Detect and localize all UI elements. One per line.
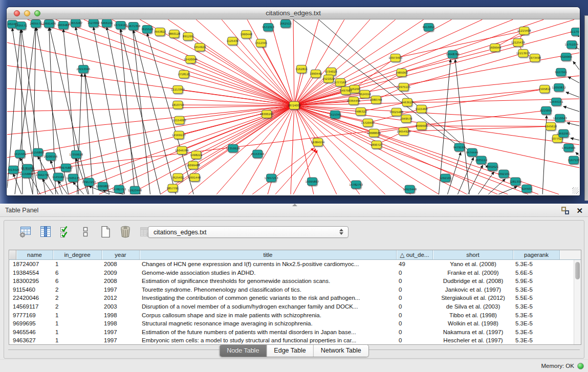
scrollbar-thumb[interactable] (575, 262, 580, 279)
table-panel-frame: f (x) citations_edges.txt namein_degreey… (4, 220, 584, 359)
network-table-select[interactable]: citations_edges.txt (148, 226, 349, 238)
column-header-in_degree[interactable]: in_degree (53, 250, 102, 259)
table-row[interactable]: 911546021997Tourette syndrome. Phenomeno… (9, 286, 574, 294)
graph-node-label: 7615526 (141, 28, 154, 31)
table-cell: 5.3E-5 (513, 311, 560, 320)
memory-status-icon (577, 363, 584, 369)
table-cell: 14569117 (9, 302, 53, 311)
unselect-all-columns-icon[interactable] (78, 224, 93, 239)
graph-node-label: 924501 (521, 187, 532, 190)
column-header-year[interactable]: year (102, 250, 140, 259)
select-all-columns-icon[interactable] (58, 224, 73, 239)
graph-edge (573, 61, 579, 70)
graph-edge (294, 19, 574, 105)
graph-node-label: 16099488 (186, 164, 200, 167)
float-panel-icon[interactable] (561, 207, 569, 214)
table-cell: Structural magnetic resonance image aver… (140, 319, 397, 328)
desktop: citations_edges.txt 19024051405571 (0, 0, 588, 372)
graph-node-label: 1691448 (189, 176, 201, 179)
graph-node-label: 12923448 (403, 188, 417, 191)
table-row[interactable]: 1830029562008Estimation of significance … (9, 277, 574, 286)
panel-title: Table Panel (5, 207, 38, 214)
window-resize-grip[interactable] (572, 187, 579, 194)
graph-edge (576, 152, 579, 156)
table-options-icon[interactable] (18, 224, 33, 239)
graph-node-label: 1512345 (255, 41, 267, 45)
table-cell: Hescheler et al. (1997) (433, 336, 513, 344)
graph-edge (133, 30, 150, 194)
graph-node-label: 7625402 (172, 176, 184, 179)
graph-node-label: 13942737 (35, 173, 49, 177)
column-header-short[interactable]: short (433, 250, 513, 259)
graph-node-label: 1292101 (440, 177, 452, 180)
graph-node-label: 16095807 (305, 180, 319, 183)
graph-node-label: 18300295 (260, 113, 274, 116)
column-header-name[interactable]: name (16, 250, 53, 259)
memory-status-label: Memory: OK (541, 363, 574, 369)
table-vertical-scrollbar[interactable] (574, 260, 581, 344)
network-canvas[interactable]: 1902405140557124055712069140618334811065… (7, 19, 579, 194)
table-row[interactable]: 946362711997Embryonic stem cells: a mode… (9, 336, 574, 344)
table-row[interactable]: 946554611997Estimation of the future num… (9, 328, 574, 337)
graph-node-label: 3913426 (7, 168, 19, 171)
column-header-title[interactable]: title (140, 250, 397, 259)
graph-node-label: 1810754 (172, 103, 184, 106)
graph-node-label: 12093872 (552, 86, 566, 89)
network-view-window: citations_edges.txt 19024051405571 (7, 7, 580, 195)
show-column-icon[interactable] (38, 224, 53, 239)
table-cell: 1 (53, 336, 102, 344)
table-cell: de Silva et al. (2003) (433, 302, 513, 311)
graph-node-label: 10719195 (114, 24, 127, 27)
graph-node-label: 14671358 (126, 25, 140, 28)
graph-node-label: 9227341 (555, 71, 567, 74)
tab-edge-table[interactable]: Edge Table (266, 345, 313, 357)
graph-node-label: 12213973 (516, 52, 530, 55)
table-row[interactable]: 1872400712008Changes of HCN gene express… (9, 260, 574, 269)
table-row[interactable]: 2242004622012Investigating the contribut… (9, 294, 574, 302)
graph-node-label: 1281332 (509, 180, 521, 183)
table-cell: Genome-wide association studies in ADHD. (140, 269, 397, 277)
table-row[interactable]: 1938455462009Genome-wide association stu… (9, 269, 574, 277)
graph-node-label: 2935114 (475, 159, 488, 162)
table-cell: Franke et al. (2009) (433, 269, 513, 277)
tab-network-table[interactable]: Network Table (313, 345, 368, 357)
graph-node-label: 1973498 (529, 56, 541, 59)
table-cell: 2009 (102, 269, 140, 277)
graph-node-label: 17016504 (562, 146, 576, 149)
graph-node-label: 1595812 (538, 87, 551, 91)
table-cell: Yano et al. (2008) (433, 260, 513, 269)
graph-node-label: 16782753 (349, 183, 363, 186)
graph-node-label: 1990448 (240, 33, 252, 36)
tab-node-table[interactable]: Node Table (220, 345, 266, 357)
table-cell: 5.9E-5 (513, 277, 560, 286)
table-cell: Wolkin et al. (1998) (433, 319, 513, 328)
delete-column-icon[interactable] (118, 224, 133, 239)
table-cell: 0 (397, 286, 433, 294)
table-row[interactable]: 1456911722003Disruption of a novel membe… (9, 302, 574, 311)
graph-node-label: 1527002 (88, 21, 100, 25)
select-stepper-icon (339, 229, 343, 235)
table-row[interactable]: 969969511998Structural magnetic resonanc… (9, 319, 574, 328)
graph-node-label: 20153346 (251, 152, 265, 156)
graph-node-label: 9572313 (262, 26, 274, 29)
table-cell: 2008 (102, 260, 140, 269)
table-row[interactable]: 977716911998Corpus callosum shape and si… (9, 311, 574, 320)
column-header-pagerank[interactable]: pagerank (513, 250, 560, 259)
row-gutter-header (9, 250, 16, 259)
graph-node-label: 746266 (350, 87, 360, 91)
table-cell: 0 (397, 277, 433, 286)
node-table: namein_degreeyeartitle△ out_de...shortpa… (9, 250, 581, 345)
table-cell: 9699695 (9, 319, 53, 328)
graph-node-label: 19654923 (397, 130, 410, 133)
splitter-handle-icon[interactable] (292, 204, 297, 206)
close-panel-icon[interactable]: ✕ (576, 207, 583, 214)
table-cell: 18724007 (9, 260, 53, 269)
column-header-out_de[interactable]: △ out_de... (397, 250, 433, 259)
table-cell: 5.5E-5 (513, 294, 560, 302)
new-column-icon[interactable] (98, 224, 113, 239)
table-cell: 9465546 (9, 328, 53, 337)
table-cell: 2008 (102, 277, 140, 286)
graph-edge (404, 53, 524, 87)
table-cell: 6 (53, 277, 102, 286)
table-cell: Jankovic et al. (1997) (433, 286, 513, 294)
